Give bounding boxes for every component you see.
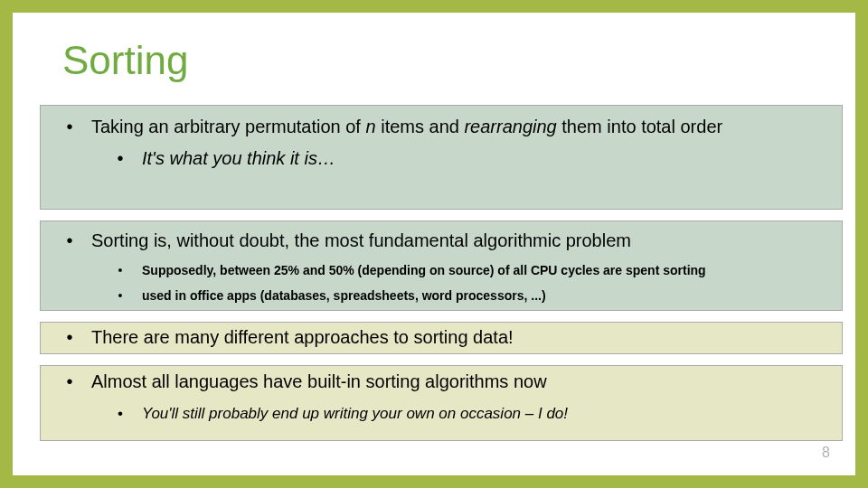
content-box-3: • There are many different approaches to…: [40, 322, 843, 354]
text-frag: items and: [376, 117, 465, 136]
bullet-item-4: • Almost all languages have built-in sor…: [48, 371, 831, 392]
sub-bullet-item-2-2: • used in office apps (databases, spread…: [48, 288, 831, 303]
bullet-item-3: • There are many different approaches to…: [48, 327, 831, 348]
bullet-marker: •: [48, 327, 91, 348]
bullet-marker: •: [48, 115, 91, 139]
sub-bullet-item-1-1: • It's what you think it is…: [48, 148, 831, 169]
bullet-marker: •: [48, 371, 91, 392]
bullet-item-2: • Sorting is, without doubt, the most fu…: [48, 229, 831, 252]
sub-bullet-text: You'll still probably end up writing you…: [142, 405, 568, 423]
bullet-marker: •: [99, 405, 142, 423]
bullet-marker: •: [48, 229, 91, 252]
sub-bullet-item-4-1: • You'll still probably end up writing y…: [48, 405, 831, 423]
content-box-2: • Sorting is, without doubt, the most fu…: [40, 221, 843, 311]
text-em-n: n: [366, 117, 376, 136]
slide-title: Sorting: [62, 38, 188, 83]
bullet-text-2: Sorting is, without doubt, the most fund…: [91, 229, 631, 252]
text-em-rearranging: rearranging: [464, 117, 556, 136]
bullet-text-4: Almost all languages have built-in sorti…: [91, 371, 547, 392]
bullet-marker: •: [99, 148, 142, 169]
text-frag: Taking an arbitrary permutation of: [91, 117, 366, 136]
sub-bullet-text: It's what you think it is…: [142, 148, 335, 169]
bullet-text-1: Taking an arbitrary permutation of n ite…: [91, 115, 831, 139]
text-frag: them into total order: [557, 117, 722, 136]
bullet-marker: •: [99, 263, 142, 277]
slide-frame: Sorting • Taking an arbitrary permutatio…: [13, 13, 855, 475]
sub-bullet-text: Supposedly, between 25% and 50% (dependi…: [142, 263, 706, 277]
page-number: 8: [822, 445, 830, 461]
bullet-item-1: • Taking an arbitrary permutation of n i…: [48, 115, 831, 139]
bullet-text-3: There are many different approaches to s…: [91, 327, 514, 348]
sub-bullet-text: used in office apps (databases, spreadsh…: [142, 288, 546, 303]
content-box-1: • Taking an arbitrary permutation of n i…: [40, 105, 843, 210]
sub-bullet-item-2-1: • Supposedly, between 25% and 50% (depen…: [48, 263, 831, 277]
content-box-4: • Almost all languages have built-in sor…: [40, 365, 843, 441]
bullet-marker: •: [99, 288, 142, 303]
